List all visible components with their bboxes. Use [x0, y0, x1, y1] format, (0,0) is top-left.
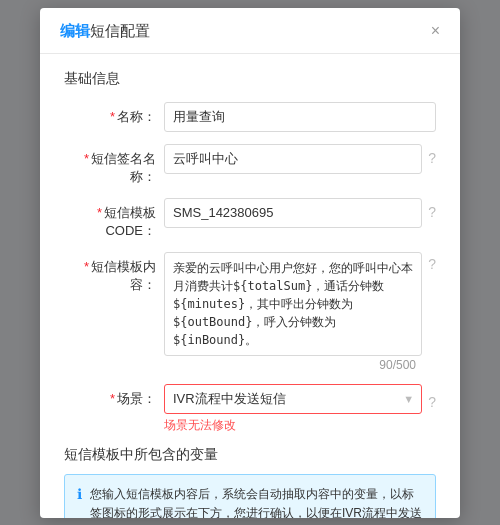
- control-sms-content: 亲爱的云呼叫中心用户您好，您的呼叫中心本月消费共计${totalSum}，通话分…: [164, 252, 436, 372]
- field-sms-code: *短信模板CODE： ?: [64, 198, 436, 240]
- required-mark: *: [110, 109, 115, 124]
- textarea-count: 90/500: [164, 358, 416, 372]
- label-sms-content: *短信模板内容：: [64, 252, 164, 294]
- field-scene: *场景： IVR流程中发送短信 ▼ ? 场景无法修改: [64, 384, 436, 434]
- close-button[interactable]: ×: [431, 23, 440, 39]
- input-name[interactable]: [164, 102, 436, 132]
- textarea-sms-content[interactable]: 亲爱的云呼叫中心用户您好，您的呼叫中心本月消费共计${totalSum}，通话分…: [164, 252, 422, 356]
- variables-section: 短信模板中所包含的变量 ℹ 您输入短信模板内容后，系统会自动抽取内容中的变量，以…: [64, 446, 436, 518]
- modal-container: 编辑短信配置 × 基础信息 *名称： *短信签名名称：: [40, 8, 460, 518]
- required-mark: *: [84, 151, 89, 166]
- label-sms-code: *短信模板CODE：: [64, 198, 164, 240]
- control-scene: IVR流程中发送短信 ▼ ? 场景无法修改: [164, 384, 436, 434]
- modal-title: 编辑短信配置: [60, 22, 150, 41]
- required-mark: *: [110, 391, 115, 406]
- required-mark: *: [84, 259, 89, 274]
- select-scene[interactable]: IVR流程中发送短信: [164, 384, 422, 414]
- info-icon-content: ?: [428, 256, 436, 272]
- input-sms-code[interactable]: [164, 198, 422, 228]
- modal-backdrop: 编辑短信配置 × 基础信息 *名称： *短信签名名称：: [0, 0, 500, 525]
- scene-error-text: 场景无法修改: [164, 417, 236, 434]
- variables-info-text: 您输入短信模板内容后，系统会自动抽取内容中的变量，以标签图标的形式展示在下方，您…: [90, 485, 423, 518]
- input-sms-sign[interactable]: [164, 144, 422, 174]
- control-sms-code: ?: [164, 198, 436, 228]
- field-name: *名称：: [64, 102, 436, 132]
- select-scene-wrapper: IVR流程中发送短信 ▼: [164, 384, 422, 414]
- label-name: *名称：: [64, 102, 164, 126]
- info-icon-scene: ?: [428, 394, 436, 410]
- field-sms-sign: *短信签名名称： ?: [64, 144, 436, 186]
- control-name: [164, 102, 436, 132]
- info-circle-icon: ℹ: [77, 486, 82, 502]
- section-basic-title: 基础信息: [64, 70, 436, 88]
- required-mark: *: [97, 205, 102, 220]
- title-edit: 编辑: [60, 22, 90, 39]
- variables-section-title: 短信模板中所包含的变量: [64, 446, 436, 464]
- info-icon-code: ?: [428, 204, 436, 220]
- control-sms-sign: ?: [164, 144, 436, 174]
- modal-body: 基础信息 *名称： *短信签名名称： ?: [40, 54, 460, 518]
- label-sms-sign: *短信签名名称：: [64, 144, 164, 186]
- info-icon-sign: ?: [428, 150, 436, 166]
- label-scene: *场景：: [64, 384, 164, 408]
- modal-header: 编辑短信配置 ×: [40, 8, 460, 54]
- variables-info-box: ℹ 您输入短信模板内容后，系统会自动抽取内容中的变量，以标签图标的形式展示在下方…: [64, 474, 436, 518]
- field-sms-content: *短信模板内容： 亲爱的云呼叫中心用户您好，您的呼叫中心本月消费共计${tota…: [64, 252, 436, 372]
- title-main: 短信配置: [90, 22, 150, 39]
